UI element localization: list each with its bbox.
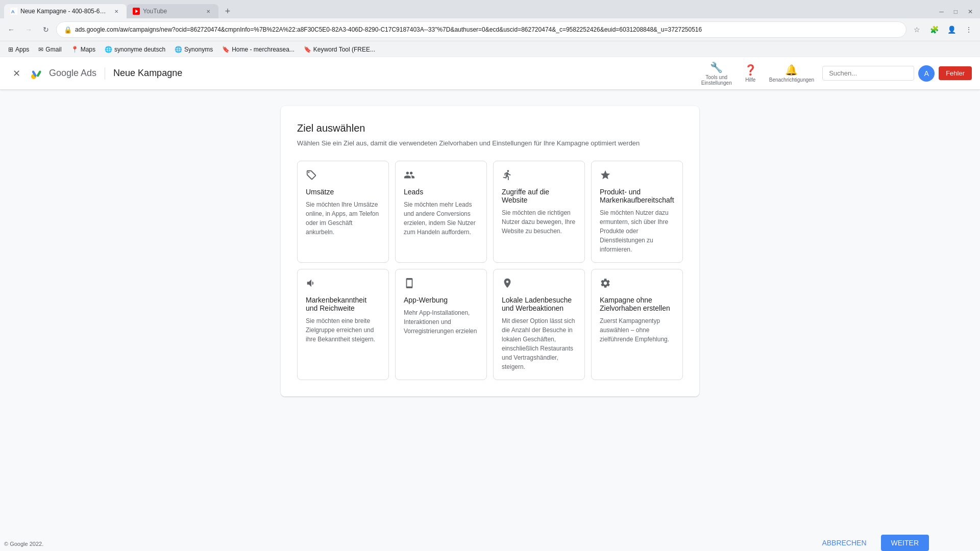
header-right: 🔧 Tools und Einstellungen ❓ Hilfe 🔔 Bena…	[697, 59, 972, 88]
bookmark-synonyms[interactable]: 🌐 Synonyms	[170, 44, 217, 55]
brand-reach-title: Markenbekanntheit und Reichweite	[306, 296, 380, 312]
card-footer: ABBRECHEN WEITER	[0, 535, 980, 551]
app-werbung-icon	[404, 278, 478, 292]
tab1-close-button[interactable]: ✕	[112, 7, 120, 15]
local-visits-desc: Mit dieser Option lässt sich die Anzahl …	[502, 316, 576, 371]
tab-right-controls: ─ □ ✕	[936, 7, 976, 18]
home-merch-icon: 🔖	[222, 46, 230, 53]
close-window-button[interactable]: ✕	[965, 7, 976, 16]
help-icon: ❓	[744, 64, 757, 76]
umsaetze-desc: Sie möchten Ihre Umsätze online, in Apps…	[306, 200, 380, 237]
tab1-title: Neue Kampagne - 400-805-692...	[20, 8, 109, 15]
umsaetze-title: Umsätze	[306, 188, 380, 196]
tab-google-ads[interactable]: A Neue Kampagne - 400-805-692... ✕	[4, 4, 127, 18]
bookmark-apps[interactable]: ⊞ Apps	[4, 44, 33, 55]
url-text: ads.google.com/aw/campaigns/new?ocid=862…	[75, 26, 702, 33]
lock-icon: 🔒	[64, 26, 72, 34]
new-tab-button[interactable]: +	[220, 4, 235, 18]
bookmark-synonyms-label: Synonyms	[184, 46, 213, 53]
tab-youtube[interactable]: YouTube ✕	[127, 4, 218, 18]
bookmarks-bar: ⊞ Apps ✉ Gmail 📍 Maps 🌐 synonyme deutsch…	[0, 41, 980, 57]
tools-label: Tools und Einstellungen	[701, 74, 732, 86]
goal-card-leads[interactable]: Leads Sie möchten mehr Leads und andere …	[395, 161, 487, 263]
goal-card-no-goal[interactable]: Kampagne ohne Zielvorhaben erstellen Zue…	[591, 269, 683, 380]
tab2-title: YouTube	[143, 8, 201, 15]
header-search-input[interactable]	[822, 66, 914, 81]
address-bar: ← → ↻ 🔒 ads.google.com/aw/campaigns/new?…	[0, 18, 980, 41]
help-label: Hilfe	[745, 77, 755, 83]
bookmark-gmail-label: Gmail	[45, 46, 61, 53]
apps-icon: ⊞	[8, 46, 13, 53]
goal-card-brand-awareness[interactable]: Produkt- und Markenkaufbereitschaft Sie …	[591, 161, 683, 263]
cancel-button[interactable]: ABBRECHEN	[814, 535, 874, 551]
brand-awareness-desc: Sie möchten Nutzer dazu ermuntern, sich …	[600, 208, 674, 254]
notifications-button[interactable]: 🔔 Benachrichtigungen	[765, 62, 818, 85]
google-ads-logo-icon	[29, 65, 45, 82]
extension-button[interactable]: 🧩	[927, 22, 941, 37]
bookmark-synonyme[interactable]: 🌐 synonyme deutsch	[101, 44, 169, 55]
goal-card-app-werbung[interactable]: App-Werbung Mehr App-Installationen, Int…	[395, 269, 487, 380]
gmail-icon: ✉	[38, 46, 43, 53]
goal-card-local-visits[interactable]: Lokale Ladenbesuche und Werbeaktionen Mi…	[493, 269, 585, 380]
leads-title: Leads	[404, 188, 478, 196]
maximize-button[interactable]: □	[951, 7, 961, 16]
minimize-button[interactable]: ─	[936, 7, 947, 16]
browser-window: A Neue Kampagne - 400-805-692... ✕ YouTu…	[0, 0, 980, 57]
website-traffic-title: Zugriffe auf die Website	[502, 188, 576, 204]
svg-point-4	[29, 65, 45, 82]
reload-button[interactable]: ↻	[39, 22, 53, 37]
keyword-tool-icon: 🔖	[304, 46, 311, 53]
bookmark-synonyme-label: synonyme deutsch	[114, 46, 165, 53]
footer: © Google 2022.	[4, 541, 43, 547]
google-ads-brand-name: Google Ads	[49, 68, 96, 79]
close-campaign-button[interactable]: ✕	[8, 65, 24, 82]
bookmark-maps[interactable]: 📍 Maps	[67, 44, 100, 55]
notifications-label: Benachrichtigungen	[769, 77, 814, 83]
local-visits-icon	[502, 278, 576, 292]
goal-card-umsaetze[interactable]: Umsätze Sie möchten Ihre Umsätze online,…	[297, 161, 389, 263]
local-visits-title: Lokale Ladenbesuche und Werbeaktionen	[502, 296, 576, 312]
error-button[interactable]: Fehler	[939, 66, 972, 80]
tools-icon: 🔧	[710, 61, 723, 73]
goal-card-brand-reach[interactable]: Markenbekanntheit und Reichweite Sie möc…	[297, 269, 389, 380]
app-werbung-desc: Mehr App-Installationen, Interaktionen u…	[404, 308, 478, 336]
app-container: ✕ Google Ads Neue Kampagne 🔧 Tools und E…	[0, 57, 980, 551]
bookmark-gmail[interactable]: ✉ Gmail	[34, 44, 65, 55]
profile-button[interactable]: 👤	[944, 22, 959, 37]
no-goal-title: Kampagne ohne Zielvorhaben erstellen	[600, 296, 674, 312]
synonyme-icon: 🌐	[105, 46, 112, 53]
bookmark-home-merch[interactable]: 🔖 Home - merchreasea...	[218, 44, 299, 55]
brand-awareness-icon	[600, 169, 674, 184]
card-subtitle: Wählen Sie ein Ziel aus, damit die verwe…	[297, 138, 683, 148]
bookmark-home-merch-label: Home - merchreasea...	[232, 46, 295, 53]
continue-button[interactable]: WEITER	[881, 535, 929, 551]
app-header: ✕ Google Ads Neue Kampagne 🔧 Tools und E…	[0, 57, 980, 90]
copyright-text: © Google 2022.	[4, 541, 43, 547]
yt-favicon-icon	[133, 8, 140, 15]
avatar-letter: A	[924, 69, 928, 78]
bookmark-star-button[interactable]: ☆	[910, 22, 924, 37]
no-goal-desc: Zuerst Kampagnentyp auswählen – ohne zie…	[600, 316, 674, 344]
forward-button[interactable]: →	[21, 22, 36, 37]
tab-bar: A Neue Kampagne - 400-805-692... ✕ YouTu…	[0, 0, 980, 18]
browser-menu-button[interactable]: ⋮	[962, 22, 976, 37]
tab2-close-button[interactable]: ✕	[204, 7, 212, 15]
bell-icon: 🔔	[785, 64, 798, 76]
goals-grid: Umsätze Sie möchten Ihre Umsätze online,…	[297, 161, 683, 380]
url-bar[interactable]: 🔒 ads.google.com/aw/campaigns/new?ocid=8…	[56, 21, 906, 38]
svg-point-8	[308, 171, 310, 173]
bookmark-keyword-tool-label: Keyword Tool (FREE...	[313, 46, 375, 53]
avatar[interactable]: A	[918, 65, 935, 82]
back-button[interactable]: ←	[4, 22, 18, 37]
maps-icon: 📍	[71, 46, 79, 53]
brand-reach-icon	[306, 278, 380, 292]
tools-settings-button[interactable]: 🔧 Tools und Einstellungen	[697, 59, 736, 88]
help-button[interactable]: ❓ Hilfe	[740, 62, 761, 85]
umsaetze-icon	[306, 169, 380, 184]
website-traffic-desc: Sie möchten die richtigen Nutzer dazu be…	[502, 208, 576, 236]
bookmark-keyword-tool[interactable]: 🔖 Keyword Tool (FREE...	[300, 44, 379, 55]
goal-card-website-traffic[interactable]: Zugriffe auf die Website Sie möchten die…	[493, 161, 585, 263]
synonyms-icon: 🌐	[175, 46, 182, 53]
brand-awareness-title: Produkt- und Markenkaufbereitschaft	[600, 188, 674, 204]
brand-reach-desc: Sie möchten eine breite Zielgruppe errei…	[306, 316, 380, 344]
